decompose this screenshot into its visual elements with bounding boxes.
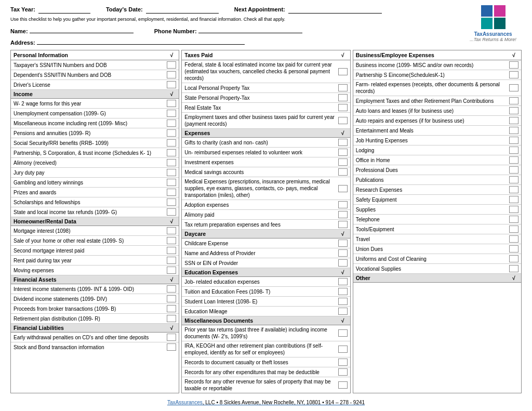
list-item: Medical savings accounts [182,167,350,177]
name-field[interactable] [30,25,134,33]
tax-year-field[interactable] [38,5,90,14]
check-box[interactable] [338,249,348,257]
check-box[interactable] [509,97,518,104]
address-field[interactable] [37,36,245,45]
item-text: Professional Dues [356,167,508,174]
item-text: Job- related education expenses [184,279,336,285]
check-box[interactable] [338,288,348,295]
check-box[interactable] [509,265,518,272]
check-box[interactable] [509,235,518,243]
check-box[interactable] [338,185,348,192]
check-box[interactable] [509,156,518,164]
column-1-header: Taxes Paid√ [182,50,350,60]
item-text: Telephone [356,216,508,223]
check-box[interactable] [167,149,176,156]
check-box[interactable] [338,308,348,315]
check-box[interactable] [167,267,176,274]
check-box[interactable] [509,137,518,144]
check-box[interactable] [338,68,348,75]
check-box[interactable] [509,147,518,154]
check-box[interactable] [338,298,348,305]
check-box[interactable] [167,334,176,341]
check-box[interactable] [167,100,176,107]
list-item: Scholarships and fellowships [11,197,179,207]
check-box[interactable] [338,346,348,353]
check-box[interactable] [338,84,348,91]
check-box[interactable] [338,278,348,285]
check-box[interactable] [167,81,176,88]
check-box[interactable] [167,198,176,206]
check-box[interactable] [338,139,348,146]
check-box[interactable] [167,285,176,293]
check-box[interactable] [167,189,176,196]
section-check-mark: √ [509,275,518,281]
list-item: State and local income tax refunds (1099… [11,207,179,217]
check-box[interactable] [509,226,518,233]
check-box[interactable] [338,104,348,111]
todays-date-field[interactable] [146,5,219,14]
check-box[interactable] [509,61,518,69]
check-box[interactable] [167,237,176,244]
check-box[interactable] [338,94,348,101]
check-box[interactable] [338,168,348,176]
list-item: Office in Home [353,155,521,165]
check-box[interactable] [338,221,348,228]
check-box[interactable] [509,107,518,114]
check-box[interactable] [338,329,348,337]
check-box[interactable] [509,71,518,78]
column-0-check-mark: √ [167,52,176,58]
phone-field[interactable] [198,25,302,33]
check-box[interactable] [338,149,348,156]
check-box[interactable] [167,110,176,117]
check-box[interactable] [167,305,176,312]
check-box[interactable] [509,117,518,124]
check-box[interactable] [167,159,176,166]
check-box[interactable] [167,227,176,234]
check-box[interactable] [167,343,176,351]
check-box[interactable] [338,117,348,124]
check-box[interactable] [167,315,176,322]
check-box[interactable] [167,169,176,176]
item-text: Student Loan Interest (1098- E) [184,298,336,305]
check-box[interactable] [338,259,348,267]
check-box[interactable] [509,186,518,193]
check-box[interactable] [338,211,348,218]
check-box[interactable] [167,179,176,186]
check-box[interactable] [509,216,518,223]
check-box[interactable] [338,240,348,247]
check-box[interactable] [167,129,176,137]
check-box[interactable] [167,61,176,69]
item-text: Early withdrawal penalties on CD's and o… [14,334,165,341]
item-text: Childcare Expense [184,240,336,247]
check-box[interactable] [167,139,176,147]
check-box[interactable] [167,71,176,78]
next-appt-field[interactable] [288,5,382,14]
check-box[interactable] [338,201,348,208]
check-box[interactable] [509,196,518,203]
item-text: Medical Expenses (prescriptions, insuran… [184,178,336,198]
check-box[interactable] [509,206,518,213]
check-box[interactable] [509,245,518,253]
check-box[interactable] [509,255,518,262]
check-box[interactable] [167,208,176,216]
check-box[interactable] [338,381,348,389]
check-box[interactable] [338,158,348,166]
section-check-mark: √ [167,91,176,97]
check-box[interactable] [167,295,176,302]
check-box[interactable] [167,247,176,254]
list-item: Retirement plan distribution (1099- R) [11,314,179,324]
item-text: Gambling and lottery winnings [14,179,165,186]
check-box[interactable] [338,359,348,366]
list-item: Farm- related expenses (receipts, other … [353,80,521,96]
section-title: Financial Liabilities [14,325,64,331]
instruction-text: Use this checklist to help you gather yo… [10,17,464,22]
check-box[interactable] [167,257,176,264]
check-box[interactable] [167,120,176,127]
check-box[interactable] [509,176,518,183]
check-box[interactable] [509,127,518,134]
check-box[interactable] [509,166,518,174]
list-item: Records to document casualty or theft lo… [182,357,350,367]
check-box[interactable] [509,84,518,91]
check-box[interactable] [338,368,348,376]
item-text: Employment taxes and other business taxe… [184,114,336,127]
